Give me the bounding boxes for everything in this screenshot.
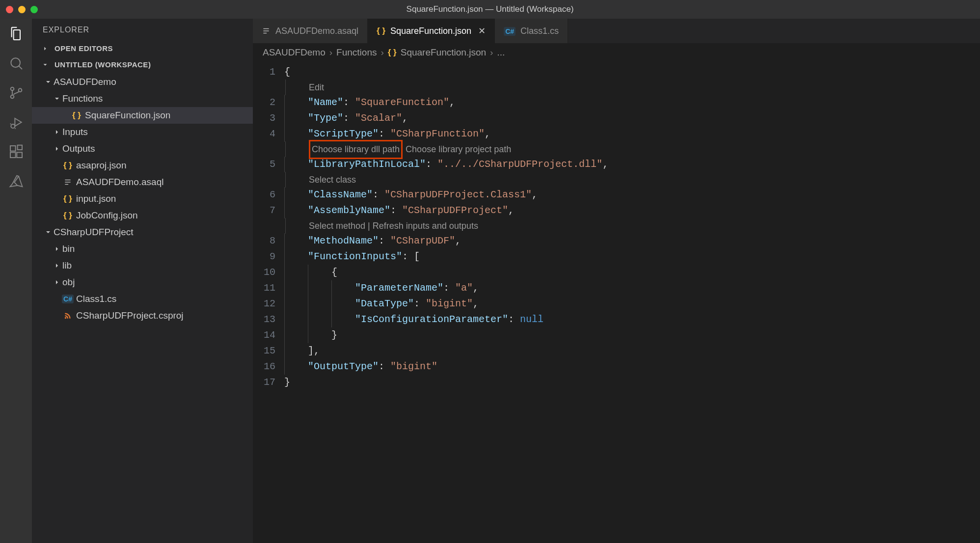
extensions-icon[interactable] — [8, 143, 25, 160]
breadcrumb-item[interactable]: ASAUDFDemo — [263, 47, 326, 58]
tab-label: SquareFunction.json — [390, 26, 471, 36]
tree-folder-lib[interactable]: lib — [32, 257, 253, 274]
chevron-down-icon — [43, 228, 54, 236]
csharp-icon: C# — [504, 26, 516, 36]
tree-file-asaql[interactable]: ASAUDFDemo.asaql — [32, 174, 253, 190]
tree-file-squarefunction[interactable]: { } SquareFunction.json — [32, 107, 253, 124]
file-tree: ASAUDFDemo Functions { } SquareFunction.… — [32, 73, 253, 543]
section-label: OPEN EDITORS — [54, 44, 113, 53]
search-icon[interactable] — [8, 55, 25, 72]
breadcrumb-item[interactable]: Functions — [336, 47, 377, 58]
workspace-header[interactable]: UNTITLED (WORKSPACE) — [32, 56, 253, 73]
breadcrumb-item[interactable]: SquareFunction.json — [401, 47, 486, 58]
sidebar-title: EXPLORER — [32, 19, 253, 40]
chevron-right-icon — [52, 245, 62, 253]
tree-file-class1[interactable]: C# Class1.cs — [32, 291, 253, 307]
chevron-right-icon — [52, 128, 62, 136]
code-key: "OutputType" — [308, 359, 379, 375]
svg-rect-12 — [17, 145, 22, 150]
breadcrumb-item[interactable]: ... — [497, 47, 505, 58]
codelens-edit[interactable]: Edit — [309, 80, 324, 95]
code-value: "CSharpUDF" — [390, 233, 455, 249]
tree-folder-outputs[interactable]: Outputs — [32, 140, 253, 157]
svg-line-7 — [10, 124, 11, 124]
line-number: 13 — [253, 312, 275, 327]
chevron-right-icon — [40, 45, 51, 52]
tree-folder-csharp-project[interactable]: CSharpUDFProject — [32, 224, 253, 241]
code-key: "FunctionInputs" — [308, 249, 402, 265]
tab-asaql[interactable]: ASAUDFDemo.asaql — [253, 19, 368, 43]
chevron-right-icon: › — [490, 47, 493, 58]
code-value: "CSharpFunction" — [390, 126, 485, 142]
tab-class1[interactable]: C# Class1.cs — [495, 19, 568, 43]
codelens-select-method[interactable]: Select method | Refresh inputs and outpu… — [309, 218, 478, 234]
code-value: "SquareFunction" — [355, 95, 449, 110]
traffic-lights — [6, 6, 38, 13]
editor-body[interactable]: 1 2 3 4 5 6 7 8 9 10 11 12 13 14 15 16 — [253, 62, 980, 543]
zoom-window[interactable] — [30, 6, 38, 13]
svg-rect-11 — [17, 152, 22, 158]
tree-file-csproj[interactable]: CSharpUDFProject.csproj — [32, 307, 253, 324]
tree-folder-asaudf[interactable]: ASAUDFDemo — [32, 74, 253, 90]
tree-folder-inputs[interactable]: Inputs — [32, 124, 253, 140]
minimize-window[interactable] — [18, 6, 26, 13]
tree-folder-obj[interactable]: obj — [32, 274, 253, 291]
code-key: "DataType" — [355, 296, 414, 312]
svg-rect-10 — [10, 152, 16, 158]
line-number: 14 — [253, 327, 275, 343]
json-icon: { } — [377, 26, 385, 36]
close-window[interactable] — [6, 6, 13, 13]
line-number: 11 — [253, 280, 275, 296]
chevron-down-icon — [52, 95, 62, 103]
tree-label: CSharpUDFProject — [54, 227, 134, 238]
chevron-right-icon: › — [381, 47, 383, 58]
svg-rect-9 — [10, 146, 16, 151]
json-icon: { } — [62, 194, 73, 204]
azure-icon[interactable] — [8, 173, 25, 190]
breadcrumbs[interactable]: ASAUDFDemo › Functions › { } SquareFunct… — [253, 43, 980, 62]
codelens-choose-dll[interactable]: Choose library dll path — [309, 140, 403, 159]
line-number: 17 — [253, 375, 275, 390]
svg-point-16 — [65, 317, 66, 319]
code-value: null — [520, 312, 544, 327]
tree-folder-bin[interactable]: bin — [32, 241, 253, 257]
code-area[interactable]: { Edit "Name": "SquareFunction", "Type":… — [284, 62, 980, 543]
titlebar: SquareFunction.json — Untitled (Workspac… — [0, 0, 980, 19]
code-key: "LibraryPathInLocal" — [308, 157, 426, 172]
tree-folder-functions[interactable]: Functions — [32, 90, 253, 107]
sidebar: EXPLORER OPEN EDITORS UNTITLED (WORKSPAC… — [32, 19, 253, 543]
code-key: "AssemblyName" — [308, 203, 390, 218]
chevron-right-icon: › — [329, 47, 332, 58]
code-key: "ParameterName" — [355, 280, 443, 296]
tree-label: obj — [62, 277, 75, 288]
line-number: 5 — [253, 157, 275, 172]
tab-label: ASAUDFDemo.asaql — [275, 26, 358, 36]
codelens-choose-project[interactable]: Choose library project path — [406, 141, 511, 157]
line-number: 7 — [253, 203, 275, 218]
tab-bar: ASAUDFDemo.asaql { } SquareFunction.json… — [253, 19, 980, 43]
tree-label: Outputs — [62, 143, 95, 154]
source-control-icon[interactable] — [8, 84, 25, 101]
tree-file-input-json[interactable]: { } input.json — [32, 190, 253, 207]
line-number: 3 — [253, 110, 275, 126]
chevron-down-icon — [40, 61, 51, 68]
codelens-select-class[interactable]: Select class — [309, 172, 356, 188]
code-value: "CSharpUDFProject.Class1" — [384, 187, 532, 203]
tab-squarefunction[interactable]: { } SquareFunction.json ✕ — [368, 19, 495, 43]
tree-label: ASAUDFDemo.asaql — [76, 177, 163, 188]
chevron-right-icon — [52, 145, 62, 153]
svg-line-8 — [15, 128, 15, 129]
close-icon[interactable]: ✕ — [478, 26, 486, 36]
svg-point-6 — [11, 124, 15, 128]
explorer-icon[interactable] — [8, 26, 25, 42]
tree-label: bin — [62, 244, 75, 254]
tree-file-asaproj[interactable]: { } asaproj.json — [32, 157, 253, 174]
line-number: 1 — [253, 64, 275, 80]
open-editors-header[interactable]: OPEN EDITORS — [32, 40, 253, 56]
activity-bar — [0, 19, 32, 543]
editor-zone: ASAUDFDemo.asaql { } SquareFunction.json… — [253, 19, 980, 543]
run-debug-icon[interactable] — [8, 114, 25, 131]
line-number: 4 — [253, 126, 275, 142]
tree-file-jobconfig[interactable]: { } JobConfig.json — [32, 207, 253, 224]
code-value: "CSharpUDFProject" — [402, 203, 508, 218]
